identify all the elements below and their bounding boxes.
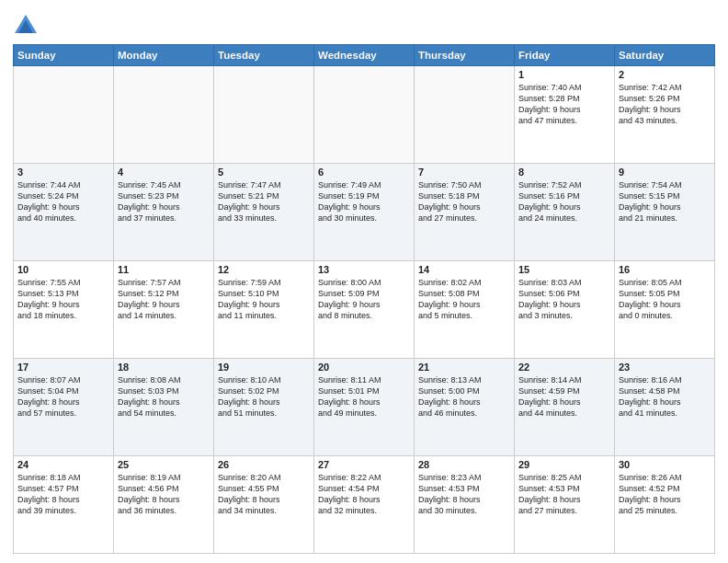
col-header-wednesday: Wednesday — [314, 45, 415, 66]
calendar-body: 1Sunrise: 7:40 AM Sunset: 5:28 PM Daylig… — [14, 66, 715, 554]
day-number: 20 — [318, 362, 410, 373]
day-info: Sunrise: 8:22 AM Sunset: 4:54 PM Dayligh… — [318, 472, 410, 517]
day-info: Sunrise: 7:50 AM Sunset: 5:18 PM Dayligh… — [418, 179, 510, 224]
day-number: 13 — [318, 264, 410, 275]
day-cell: 30Sunrise: 8:26 AM Sunset: 4:52 PM Dayli… — [615, 456, 715, 554]
day-number: 11 — [118, 264, 210, 275]
day-number: 2 — [619, 69, 711, 80]
day-info: Sunrise: 8:05 AM Sunset: 5:05 PM Dayligh… — [619, 277, 711, 322]
day-number: 18 — [118, 362, 210, 373]
day-number: 12 — [218, 264, 310, 275]
logo-icon — [13, 13, 39, 39]
page: SundayMondayTuesdayWednesdayThursdayFrid… — [0, 0, 728, 563]
day-cell: 18Sunrise: 8:08 AM Sunset: 5:03 PM Dayli… — [114, 359, 214, 456]
week-row-1: 1Sunrise: 7:40 AM Sunset: 5:28 PM Daylig… — [14, 66, 715, 164]
day-info: Sunrise: 8:19 AM Sunset: 4:56 PM Dayligh… — [118, 472, 210, 517]
week-row-2: 3Sunrise: 7:44 AM Sunset: 5:24 PM Daylig… — [14, 164, 715, 261]
day-cell — [415, 66, 515, 164]
day-cell — [214, 66, 314, 164]
day-number: 22 — [518, 362, 610, 373]
calendar-header: SundayMondayTuesdayWednesdayThursdayFrid… — [14, 45, 715, 66]
day-cell: 13Sunrise: 8:00 AM Sunset: 5:09 PM Dayli… — [314, 261, 415, 359]
logo — [13, 13, 40, 39]
day-cell: 21Sunrise: 8:13 AM Sunset: 5:00 PM Dayli… — [415, 359, 515, 456]
day-number: 9 — [619, 167, 711, 178]
day-cell: 28Sunrise: 8:23 AM Sunset: 4:53 PM Dayli… — [415, 456, 515, 554]
day-number: 15 — [518, 264, 610, 275]
day-info: Sunrise: 8:20 AM Sunset: 4:55 PM Dayligh… — [218, 472, 310, 517]
day-info: Sunrise: 7:59 AM Sunset: 5:10 PM Dayligh… — [218, 277, 310, 322]
day-cell — [114, 66, 214, 164]
day-info: Sunrise: 7:57 AM Sunset: 5:12 PM Dayligh… — [118, 277, 210, 322]
day-number: 10 — [17, 264, 109, 275]
day-number: 29 — [518, 459, 610, 470]
day-cell: 29Sunrise: 8:25 AM Sunset: 4:53 PM Dayli… — [515, 456, 615, 554]
day-number: 19 — [218, 362, 310, 373]
calendar-table: SundayMondayTuesdayWednesdayThursdayFrid… — [13, 44, 715, 554]
day-info: Sunrise: 8:18 AM Sunset: 4:57 PM Dayligh… — [17, 472, 109, 517]
day-info: Sunrise: 8:03 AM Sunset: 5:06 PM Dayligh… — [518, 277, 610, 322]
col-header-tuesday: Tuesday — [214, 45, 314, 66]
day-info: Sunrise: 7:54 AM Sunset: 5:15 PM Dayligh… — [619, 179, 711, 224]
day-number: 26 — [218, 459, 310, 470]
day-number: 8 — [518, 167, 610, 178]
day-info: Sunrise: 8:08 AM Sunset: 5:03 PM Dayligh… — [118, 374, 210, 419]
day-cell: 22Sunrise: 8:14 AM Sunset: 4:59 PM Dayli… — [515, 359, 615, 456]
day-info: Sunrise: 8:14 AM Sunset: 4:59 PM Dayligh… — [518, 374, 610, 419]
day-cell: 15Sunrise: 8:03 AM Sunset: 5:06 PM Dayli… — [515, 261, 615, 359]
day-info: Sunrise: 8:02 AM Sunset: 5:08 PM Dayligh… — [418, 277, 510, 322]
day-number: 7 — [418, 167, 510, 178]
day-cell: 24Sunrise: 8:18 AM Sunset: 4:57 PM Dayli… — [14, 456, 114, 554]
day-number: 21 — [418, 362, 510, 373]
col-header-thursday: Thursday — [415, 45, 515, 66]
calendar: SundayMondayTuesdayWednesdayThursdayFrid… — [13, 44, 715, 554]
col-header-saturday: Saturday — [615, 45, 715, 66]
day-cell: 2Sunrise: 7:42 AM Sunset: 5:26 PM Daylig… — [615, 66, 715, 164]
day-number: 28 — [418, 459, 510, 470]
day-info: Sunrise: 8:13 AM Sunset: 5:00 PM Dayligh… — [418, 374, 510, 419]
day-cell: 6Sunrise: 7:49 AM Sunset: 5:19 PM Daylig… — [314, 164, 415, 261]
day-cell — [14, 66, 114, 164]
day-info: Sunrise: 7:55 AM Sunset: 5:13 PM Dayligh… — [17, 277, 109, 322]
day-info: Sunrise: 8:11 AM Sunset: 5:01 PM Dayligh… — [318, 374, 410, 419]
day-cell: 9Sunrise: 7:54 AM Sunset: 5:15 PM Daylig… — [615, 164, 715, 261]
day-info: Sunrise: 8:23 AM Sunset: 4:53 PM Dayligh… — [418, 472, 510, 517]
day-cell: 7Sunrise: 7:50 AM Sunset: 5:18 PM Daylig… — [415, 164, 515, 261]
day-cell: 11Sunrise: 7:57 AM Sunset: 5:12 PM Dayli… — [114, 261, 214, 359]
day-cell: 4Sunrise: 7:45 AM Sunset: 5:23 PM Daylig… — [114, 164, 214, 261]
day-info: Sunrise: 8:26 AM Sunset: 4:52 PM Dayligh… — [619, 472, 711, 517]
day-number: 30 — [619, 459, 711, 470]
day-info: Sunrise: 7:40 AM Sunset: 5:28 PM Dayligh… — [518, 82, 610, 127]
day-cell — [314, 66, 415, 164]
day-info: Sunrise: 8:16 AM Sunset: 4:58 PM Dayligh… — [619, 374, 711, 419]
header-row: SundayMondayTuesdayWednesdayThursdayFrid… — [14, 45, 715, 66]
col-header-sunday: Sunday — [14, 45, 114, 66]
day-number: 16 — [619, 264, 711, 275]
day-cell: 25Sunrise: 8:19 AM Sunset: 4:56 PM Dayli… — [114, 456, 214, 554]
header — [13, 9, 715, 39]
day-number: 23 — [619, 362, 711, 373]
day-info: Sunrise: 8:07 AM Sunset: 5:04 PM Dayligh… — [17, 374, 109, 419]
day-number: 14 — [418, 264, 510, 275]
day-cell: 5Sunrise: 7:47 AM Sunset: 5:21 PM Daylig… — [214, 164, 314, 261]
day-info: Sunrise: 8:25 AM Sunset: 4:53 PM Dayligh… — [518, 472, 610, 517]
week-row-5: 24Sunrise: 8:18 AM Sunset: 4:57 PM Dayli… — [14, 456, 715, 554]
day-info: Sunrise: 8:00 AM Sunset: 5:09 PM Dayligh… — [318, 277, 410, 322]
day-info: Sunrise: 7:49 AM Sunset: 5:19 PM Dayligh… — [318, 179, 410, 224]
day-info: Sunrise: 7:42 AM Sunset: 5:26 PM Dayligh… — [619, 82, 711, 127]
day-number: 25 — [118, 459, 210, 470]
day-number: 27 — [318, 459, 410, 470]
day-info: Sunrise: 7:44 AM Sunset: 5:24 PM Dayligh… — [17, 179, 109, 224]
day-info: Sunrise: 8:10 AM Sunset: 5:02 PM Dayligh… — [218, 374, 310, 419]
day-cell: 23Sunrise: 8:16 AM Sunset: 4:58 PM Dayli… — [615, 359, 715, 456]
day-number: 17 — [17, 362, 109, 373]
day-number: 5 — [218, 167, 310, 178]
day-cell: 20Sunrise: 8:11 AM Sunset: 5:01 PM Dayli… — [314, 359, 415, 456]
day-info: Sunrise: 7:45 AM Sunset: 5:23 PM Dayligh… — [118, 179, 210, 224]
day-cell: 12Sunrise: 7:59 AM Sunset: 5:10 PM Dayli… — [214, 261, 314, 359]
day-cell: 8Sunrise: 7:52 AM Sunset: 5:16 PM Daylig… — [515, 164, 615, 261]
day-number: 1 — [518, 69, 610, 80]
day-info: Sunrise: 7:52 AM Sunset: 5:16 PM Dayligh… — [518, 179, 610, 224]
col-header-monday: Monday — [114, 45, 214, 66]
day-cell: 1Sunrise: 7:40 AM Sunset: 5:28 PM Daylig… — [515, 66, 615, 164]
